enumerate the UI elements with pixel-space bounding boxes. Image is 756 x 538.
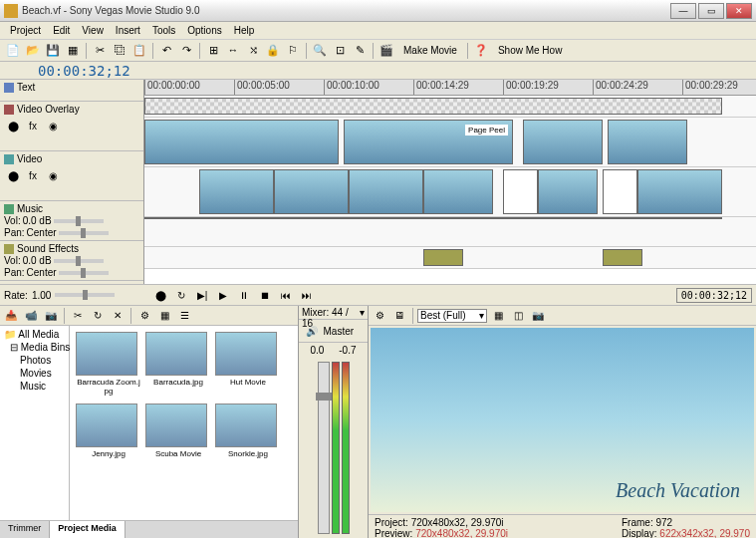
track-header-overlay[interactable]: Video Overlay ⬤fx◉ <box>0 102 143 151</box>
tree-bins[interactable]: ⊟ Media Bins <box>2 341 67 354</box>
text-clip[interactable] <box>144 98 722 115</box>
loop-icon[interactable]: ↻ <box>172 286 190 304</box>
media-tree[interactable]: 📁 All Media ⊟ Media Bins Photos Movies M… <box>0 326 70 520</box>
video-clip[interactable] <box>199 169 274 214</box>
video-clip[interactable] <box>144 120 339 164</box>
play-start-icon[interactable]: ▶| <box>193 286 211 304</box>
maximize-button[interactable]: ▭ <box>698 3 724 19</box>
track-header-text[interactable]: Text <box>0 80 143 102</box>
stop-icon[interactable]: ⏹ <box>256 286 274 304</box>
snap-icon[interactable]: ⊞ <box>204 42 222 60</box>
gap-clip[interactable] <box>503 169 538 214</box>
props-icon[interactable]: ▦ <box>64 42 82 60</box>
video-clip[interactable] <box>349 169 423 214</box>
track-header-sfx[interactable]: Sound Effects Vol:0.0 dB Pan:Center <box>0 241 143 281</box>
tree-folder[interactable]: Movies <box>2 367 67 380</box>
transport-timecode[interactable]: 00:00:32;12 <box>676 288 752 303</box>
tree-all-media[interactable]: 📁 All Media <box>2 328 67 341</box>
ripple-icon[interactable]: ↔ <box>224 42 242 60</box>
help-icon[interactable]: ❓ <box>472 42 490 60</box>
pan-slider[interactable] <box>59 231 109 235</box>
open-icon[interactable]: 📂 <box>24 42 42 60</box>
menu-options[interactable]: Options <box>181 24 227 37</box>
marker-icon[interactable]: ⚐ <box>284 42 302 60</box>
close-button[interactable]: ✕ <box>726 3 752 19</box>
new-icon[interactable]: 📄 <box>4 42 22 60</box>
snapshot-icon[interactable]: 📷 <box>529 307 547 325</box>
record-icon[interactable]: ⬤ <box>4 117 22 134</box>
preview-display[interactable]: Beach Vacation <box>371 328 754 512</box>
audio-clip[interactable] <box>423 249 463 266</box>
menu-insert[interactable]: Insert <box>110 24 146 37</box>
undo-icon[interactable]: ↶ <box>157 42 175 60</box>
cut-icon[interactable]: ✂ <box>91 42 109 60</box>
video-clip[interactable] <box>423 169 493 214</box>
split-icon[interactable]: ◫ <box>509 307 527 325</box>
view-icon[interactable]: ▦ <box>155 307 173 325</box>
tree-folder[interactable]: Photos <box>2 354 67 367</box>
record-icon[interactable]: ⬤ <box>151 286 169 304</box>
import-icon[interactable]: 📥 <box>2 307 20 325</box>
timecode-display[interactable]: 00:00:32;12 <box>38 63 130 79</box>
audio-clip[interactable] <box>603 249 642 266</box>
mixer-menu-icon[interactable]: ▾ <box>360 307 365 318</box>
vol-slider[interactable] <box>54 219 104 223</box>
media-grid[interactable]: Barracuda Zoom.jpg Barracuda.jpg Hut Mov… <box>70 326 298 520</box>
vol-slider[interactable] <box>54 259 104 263</box>
save-icon[interactable]: 💾 <box>44 42 62 60</box>
preview-ext-icon[interactable]: 🖥 <box>390 307 408 325</box>
menu-project[interactable]: Project <box>4 24 47 37</box>
play-icon[interactable]: ▶ <box>214 286 232 304</box>
video-clip[interactable]: Page Peel <box>344 120 513 164</box>
media-item[interactable]: Jenny.jpg <box>76 404 141 471</box>
quality-dropdown[interactable]: Best (Full)▾ <box>417 309 487 323</box>
timeline-track-text[interactable] <box>144 96 756 118</box>
capture-icon[interactable]: 📹 <box>22 307 40 325</box>
master-fader[interactable] <box>318 362 330 534</box>
audio-clip[interactable] <box>144 217 722 219</box>
lock-icon[interactable]: 🔒 <box>264 42 282 60</box>
record-icon[interactable]: ⬤ <box>4 166 22 184</box>
mute-icon[interactable]: ◉ <box>44 166 62 184</box>
scan-icon[interactable]: 📷 <box>42 307 60 325</box>
props-icon[interactable]: ⚙ <box>135 307 153 325</box>
zoom-icon[interactable]: 🔍 <box>311 42 329 60</box>
track-header-music[interactable]: Music Vol:0.0 dB Pan:Center <box>0 201 143 241</box>
speaker-icon[interactable]: 🔊 <box>303 322 321 340</box>
rate-slider[interactable] <box>55 293 115 297</box>
timeline[interactable]: 00:00:00:00 00:00:05:00 00:00:10:00 00:0… <box>144 80 756 284</box>
menu-edit[interactable]: Edit <box>47 24 76 37</box>
video-clip[interactable] <box>523 120 603 164</box>
video-clip[interactable] <box>637 169 722 214</box>
copy-icon[interactable]: ⿻ <box>111 42 128 60</box>
gap-clip[interactable] <box>603 169 637 214</box>
tab-project-media[interactable]: Project Media <box>50 521 126 538</box>
cut-icon[interactable]: ✂ <box>69 307 87 325</box>
pan-slider[interactable] <box>59 271 109 275</box>
media-item[interactable]: Barracuda.jpg <box>145 332 211 400</box>
go-end-icon[interactable]: ⏭ <box>298 286 316 304</box>
timeline-track-sfx[interactable] <box>144 247 756 269</box>
video-clip[interactable] <box>274 169 349 214</box>
go-start-icon[interactable]: ⏮ <box>277 286 295 304</box>
tree-folder[interactable]: Music <box>2 380 67 393</box>
timeline-track-overlay[interactable]: Page Peel <box>144 118 756 167</box>
time-ruler[interactable]: 00:00:00:00 00:00:05:00 00:00:10:00 00:0… <box>144 80 756 96</box>
autocross-icon[interactable]: ⤭ <box>244 42 262 60</box>
track-header-video[interactable]: Video ⬤fx◉ <box>0 151 143 201</box>
tab-trimmer[interactable]: Trimmer <box>0 521 50 538</box>
mute-icon[interactable]: ◉ <box>44 117 62 134</box>
list-icon[interactable]: ☰ <box>175 307 193 325</box>
movie-icon[interactable]: 🎬 <box>378 42 395 60</box>
make-movie-button[interactable]: Make Movie <box>397 44 463 57</box>
media-item[interactable]: Scuba Movie <box>145 404 211 471</box>
video-clip[interactable] <box>538 169 598 214</box>
paste-icon[interactable]: 📋 <box>130 42 148 60</box>
fit-icon[interactable]: ⊡ <box>331 42 349 60</box>
overlay-icon[interactable]: ▦ <box>489 307 507 325</box>
pause-icon[interactable]: ⏸ <box>235 286 253 304</box>
redo-icon[interactable]: ↷ <box>177 42 195 60</box>
delete-icon[interactable]: ✕ <box>109 307 126 325</box>
preview-props-icon[interactable]: ⚙ <box>371 307 388 325</box>
media-item[interactable]: Snorkle.jpg <box>215 404 281 471</box>
